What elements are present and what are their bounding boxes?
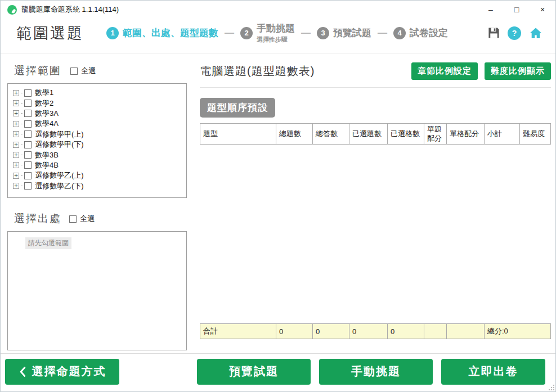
expand-icon[interactable]: + [13, 183, 19, 189]
step-4-label: 試卷設定 [410, 26, 448, 39]
tree-item-checkbox[interactable] [24, 172, 32, 179]
selected-cells-value: 0 [387, 324, 424, 339]
expand-icon[interactable]: + [13, 110, 19, 116]
content: 選擇範圍 全選 +數學1 +數學2 +數學3A +數學4A +選修數學甲(上) … [1, 53, 555, 350]
tree-item: +數學4A [13, 119, 186, 129]
tree-item: +數學4B [13, 160, 186, 170]
selected-questions-value: 0 [349, 324, 387, 339]
col-difficulty: 難易度 [519, 124, 550, 144]
tree-item-checkbox[interactable] [24, 100, 32, 107]
step-2-manual-pick[interactable]: 2 手動挑題 選擇性步驟 [240, 22, 295, 44]
expand-icon[interactable]: + [13, 152, 19, 158]
step-4-paper-settings[interactable]: 4 試卷設定 [393, 26, 448, 39]
tree-item-checkbox[interactable] [24, 161, 32, 169]
total-questions-value: 0 [276, 324, 312, 339]
generate-paper-button[interactable]: 立即出卷 [441, 359, 545, 385]
expand-icon[interactable]: + [13, 142, 19, 148]
chapter-ratio-button[interactable]: 章節比例設定 [411, 62, 478, 80]
close-button[interactable]: × [530, 1, 555, 19]
per-cell-score-value [446, 324, 484, 339]
resize-grip[interactable] [549, 385, 554, 390]
divider [200, 87, 551, 88]
minimize-button[interactable]: – [478, 1, 504, 19]
tree-item: +選修數學甲(上) [13, 129, 186, 139]
tree-item-label[interactable]: 選修數學乙(下) [35, 181, 84, 191]
step-3-preview[interactable]: 3 預覽試題 [317, 26, 371, 39]
tree-item-checkbox[interactable] [24, 151, 32, 159]
col-per-question-score: 單題配分 [424, 124, 446, 144]
expand-icon[interactable]: + [13, 173, 19, 179]
tree-item-label[interactable]: 數學4A [35, 119, 59, 129]
step-3-number: 3 [317, 27, 329, 39]
total-score-value: 總分:0 [484, 324, 550, 339]
header: 範圍選題 1 範圍、出處、題型題數 — 2 手動挑題 選擇性步驟 — 3 預覽試… [1, 19, 555, 53]
tree-item-checkbox[interactable] [24, 110, 32, 117]
tree-item-checkbox[interactable] [24, 141, 32, 148]
step-2-label: 手動挑題 [257, 22, 295, 35]
total-label: 合計 [200, 324, 276, 339]
step-2-number: 2 [240, 27, 253, 39]
source-section-title: 選擇出處 [14, 211, 61, 226]
tree-item-label[interactable]: 數學3A [35, 109, 59, 119]
main-panel: 電腦選題(題型題數表) 章節比例設定 難度比例顯示 題型順序預設 題型 總題數 … [192, 53, 556, 350]
chevron-left-icon [19, 366, 27, 377]
preview-questions-button[interactable]: 預覽試題 [197, 359, 311, 385]
expand-icon[interactable]: + [13, 131, 19, 137]
step-separator: — [225, 28, 234, 39]
tree-item: +數學2 [13, 98, 186, 108]
tree-item-label[interactable]: 數學3B [35, 150, 59, 160]
window-title: 龍騰題庫命題系統 1.1.14(114) [21, 4, 119, 15]
manual-pick-button[interactable]: 手動挑題 [319, 359, 433, 385]
range-select-all-checkbox[interactable] [70, 67, 78, 75]
step-3-label: 預覽試題 [333, 26, 371, 39]
tree-item-checkbox[interactable] [24, 89, 32, 97]
expand-icon[interactable]: + [13, 90, 19, 96]
maximize-button[interactable]: □ [504, 1, 530, 19]
expand-icon[interactable]: + [13, 162, 19, 168]
type-order-preset-button[interactable]: 題型順序預設 [200, 98, 275, 118]
save-icon[interactable] [487, 26, 500, 39]
question-table-total-row: 合計 0 0 0 0 總分:0 [200, 323, 551, 339]
tree-item-checkbox[interactable] [24, 130, 32, 138]
col-question-type: 題型 [200, 124, 276, 144]
app-logo-icon [7, 5, 17, 15]
tree-item-label[interactable]: 數學4B [35, 160, 59, 170]
tree-item: +選修數學乙(下) [13, 181, 186, 191]
tree-item-label[interactable]: 選修數學甲(上) [35, 129, 84, 139]
help-icon[interactable]: ? [508, 26, 521, 40]
tree-item-checkbox[interactable] [24, 120, 32, 128]
main-title: 電腦選題(題型題數表) [200, 64, 315, 79]
tree-item-label[interactable]: 數學1 [35, 88, 53, 98]
tree-item-checkbox[interactable] [24, 182, 32, 190]
per-question-score-value [424, 324, 446, 339]
tree-item: +選修數學甲(下) [13, 139, 186, 150]
source-empty-hint: 請先勾選範圍 [25, 237, 71, 249]
col-selected-cells: 已選格數 [387, 124, 424, 144]
tree-item-label[interactable]: 數學2 [35, 98, 53, 109]
tree-item-label[interactable]: 選修數學甲(下) [35, 139, 84, 150]
back-to-mode-button[interactable]: 選擇命題方式 [5, 359, 119, 385]
step-1-number: 1 [106, 27, 119, 39]
source-list: 請先勾選範圍 [7, 231, 187, 350]
col-selected-questions: 已選題數 [349, 124, 387, 144]
step-1-label: 範圍、出處、題型題數 [123, 26, 218, 39]
difficulty-ratio-button[interactable]: 難度比例顯示 [485, 62, 551, 80]
bottom-action-bar: 選擇命題方式 預覽試題 手動挑題 立即出卷 [1, 353, 555, 391]
col-subtotal: 小計 [484, 124, 519, 144]
titlebar: 龍騰題庫命題系統 1.1.14(114) – □ × [1, 1, 555, 19]
col-per-cell-score: 單格配分 [446, 124, 484, 144]
total-answers-value: 0 [312, 324, 349, 339]
col-total-questions: 總題數 [276, 124, 312, 144]
tree-item: +數學1 [13, 88, 186, 98]
step-4-number: 4 [393, 27, 406, 39]
home-icon[interactable] [528, 26, 543, 40]
step-1-range[interactable]: 1 範圍、出處、題型題數 [106, 26, 218, 39]
range-tree: +數學1 +數學2 +數學3A +數學4A +選修數學甲(上) +選修數學甲(下… [7, 83, 187, 198]
source-select-all-checkbox[interactable] [69, 215, 77, 223]
col-total-answers: 總答數 [312, 124, 349, 144]
tree-item-label[interactable]: 選修數學乙(上) [35, 170, 84, 181]
expand-icon[interactable]: + [13, 121, 19, 127]
expand-icon[interactable]: + [13, 100, 19, 106]
back-button-label: 選擇命題方式 [32, 364, 106, 379]
range-section-title: 選擇範圍 [14, 64, 61, 78]
